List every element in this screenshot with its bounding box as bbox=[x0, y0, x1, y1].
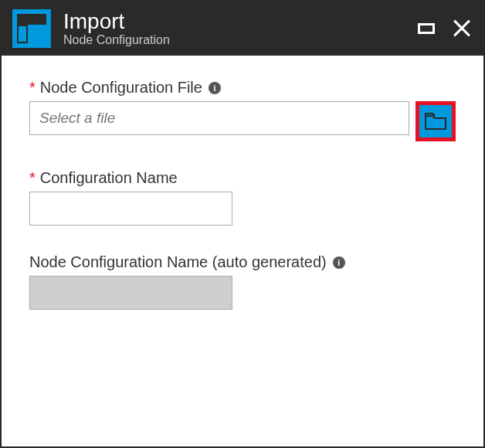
close-button[interactable] bbox=[451, 18, 473, 39]
info-icon[interactable]: i bbox=[333, 256, 345, 269]
header-titles: Import Node Configuration bbox=[63, 10, 403, 48]
close-icon bbox=[453, 19, 471, 38]
file-input[interactable] bbox=[29, 101, 409, 135]
field-group-file: * Node Configuration File i bbox=[29, 79, 456, 141]
dialog-body: * Node Configuration File i * Configura bbox=[2, 56, 483, 446]
browse-highlight bbox=[415, 101, 456, 141]
required-mark: * bbox=[29, 79, 36, 97]
window-controls bbox=[415, 18, 473, 39]
file-input-row bbox=[29, 101, 456, 141]
info-icon[interactable]: i bbox=[209, 82, 221, 94]
node-name-input bbox=[29, 276, 232, 310]
field-group-config-name: * Configuration Name bbox=[29, 169, 456, 226]
restore-icon bbox=[418, 23, 435, 34]
node-name-label-row: Node Configuration Name (auto generated)… bbox=[29, 253, 456, 271]
required-mark: * bbox=[29, 169, 36, 187]
dialog-subtitle: Node Configuration bbox=[63, 33, 403, 47]
file-label-row: * Node Configuration File i bbox=[29, 79, 456, 97]
folder-icon bbox=[425, 113, 446, 130]
dialog-title: Import bbox=[63, 10, 403, 34]
config-name-input[interactable] bbox=[29, 192, 232, 226]
file-label: Node Configuration File bbox=[40, 79, 202, 97]
restore-button[interactable] bbox=[415, 18, 437, 39]
import-dialog: Import Node Configuration * Node Configu… bbox=[0, 0, 485, 448]
import-icon bbox=[12, 9, 51, 48]
node-name-label: Node Configuration Name (auto generated) bbox=[29, 253, 327, 271]
config-name-label: Configuration Name bbox=[40, 169, 178, 187]
field-group-node-name: Node Configuration Name (auto generated)… bbox=[29, 253, 456, 310]
browse-button[interactable] bbox=[419, 105, 452, 137]
dialog-header: Import Node Configuration bbox=[2, 2, 483, 56]
config-name-label-row: * Configuration Name bbox=[29, 169, 456, 187]
